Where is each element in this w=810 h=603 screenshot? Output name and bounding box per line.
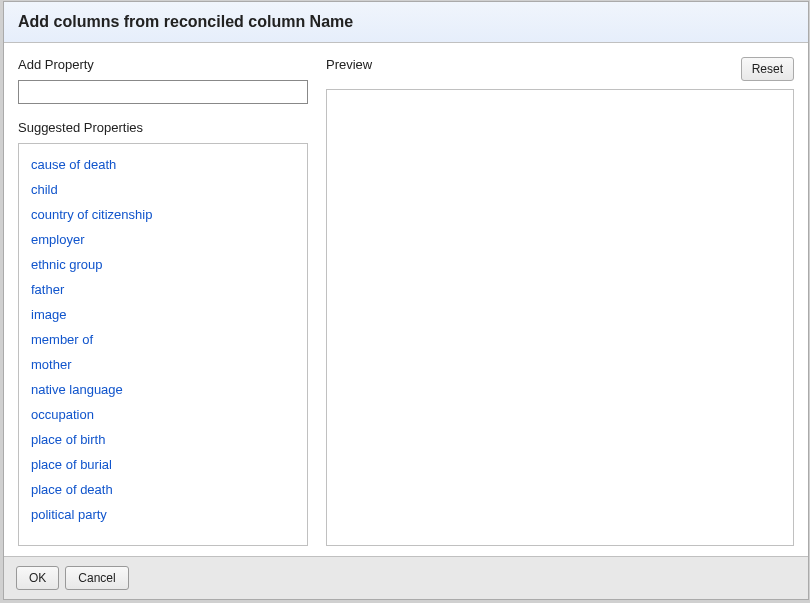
suggested-item[interactable]: occupation: [23, 402, 303, 427]
dialog-title: Add columns from reconciled column Name: [4, 2, 808, 43]
property-input[interactable]: [18, 80, 308, 104]
suggested-item[interactable]: native language: [23, 377, 303, 402]
suggested-item[interactable]: country of citizenship: [23, 202, 303, 227]
suggested-properties-list[interactable]: cause of death child country of citizens…: [18, 143, 308, 546]
suggested-item[interactable]: employer: [23, 227, 303, 252]
suggested-item[interactable]: cause of death: [23, 152, 303, 177]
ok-button[interactable]: OK: [16, 566, 59, 590]
dialog-footer: OK Cancel: [4, 556, 808, 599]
suggested-item[interactable]: ethnic group: [23, 252, 303, 277]
add-property-label: Add Property: [18, 57, 308, 72]
suggested-item[interactable]: place of birth: [23, 427, 303, 452]
suggested-item[interactable]: place of death: [23, 477, 303, 502]
dialog-body: Add Property Suggested Properties cause …: [4, 43, 808, 556]
suggested-item[interactable]: image: [23, 302, 303, 327]
preview-label: Preview: [326, 57, 372, 72]
preview-box: [326, 89, 794, 546]
suggested-item[interactable]: mother: [23, 352, 303, 377]
suggested-item[interactable]: place of burial: [23, 452, 303, 477]
suggested-properties-label: Suggested Properties: [18, 120, 308, 135]
reset-button[interactable]: Reset: [741, 57, 794, 81]
suggested-item[interactable]: father: [23, 277, 303, 302]
cancel-button[interactable]: Cancel: [65, 566, 128, 590]
suggested-item[interactable]: member of: [23, 327, 303, 352]
right-column: Preview Reset: [326, 57, 794, 546]
add-columns-dialog: Add columns from reconciled column Name …: [3, 1, 809, 600]
left-column: Add Property Suggested Properties cause …: [18, 57, 308, 546]
suggested-item[interactable]: child: [23, 177, 303, 202]
suggested-item[interactable]: political party: [23, 502, 303, 527]
